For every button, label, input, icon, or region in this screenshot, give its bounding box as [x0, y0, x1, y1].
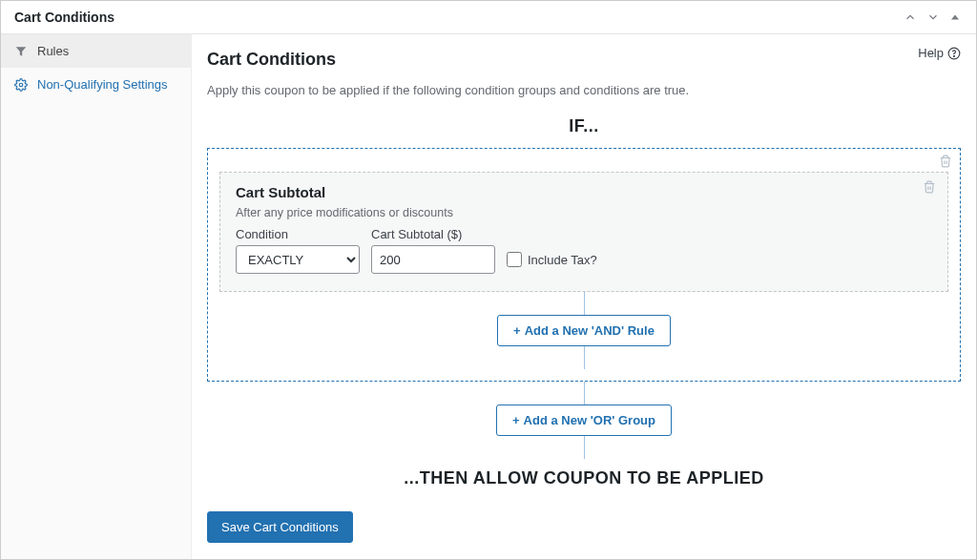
panel-move-up-icon[interactable] — [900, 7, 921, 28]
help-icon — [947, 47, 961, 60]
sidebar-item-rules[interactable]: Rules — [1, 34, 191, 68]
rule-subtitle: After any price modifications or discoun… — [236, 206, 932, 219]
amount-input[interactable] — [371, 245, 495, 274]
connector-line — [584, 436, 585, 459]
plus-icon: + — [512, 413, 520, 427]
if-label: IF... — [207, 116, 961, 136]
sidebar-item-label: Rules — [37, 44, 69, 58]
panel-title: Cart Conditions — [14, 10, 898, 25]
main-content: Help Cart Conditions Apply this coupon t… — [192, 34, 976, 559]
page-title: Cart Conditions — [207, 50, 961, 70]
condition-select[interactable]: EXACTLY — [236, 245, 360, 274]
condition-field-label: Condition — [236, 227, 360, 241]
rule-title: Cart Subtotal — [236, 184, 932, 200]
panel-toggle-icon[interactable] — [946, 8, 965, 27]
gear-icon — [14, 78, 28, 92]
sidebar-item-label: Non-Qualifying Settings — [37, 77, 168, 92]
add-or-group-button[interactable]: +Add a New 'OR' Group — [496, 404, 672, 436]
filter-icon — [14, 45, 28, 58]
include-tax-checkbox[interactable] — [507, 252, 522, 267]
rule-card-cart-subtotal: Cart Subtotal After any price modificati… — [219, 172, 948, 292]
svg-point-2 — [19, 83, 23, 87]
then-label: ...THEN ALLOW COUPON TO BE APPLIED — [207, 468, 961, 488]
panel-move-down-icon[interactable] — [923, 7, 944, 28]
include-tax-label: Include Tax? — [528, 253, 597, 267]
amount-field-label: Cart Subtotal ($) — [371, 227, 495, 241]
plus-icon: + — [513, 323, 521, 338]
page-description: Apply this coupon to be applied if the f… — [207, 83, 961, 97]
include-tax-wrap[interactable]: Include Tax? — [507, 245, 597, 274]
svg-marker-0 — [951, 15, 959, 20]
save-button[interactable]: Save Cart Conditions — [207, 511, 353, 543]
svg-point-4 — [954, 55, 955, 56]
add-and-rule-button[interactable]: +Add a New 'AND' Rule — [497, 315, 671, 346]
sidebar-item-non-qualifying[interactable]: Non-Qualifying Settings — [1, 68, 191, 101]
connector-line — [584, 346, 585, 369]
panel-header: Cart Conditions — [1, 1, 976, 34]
delete-rule-icon[interactable] — [923, 180, 936, 194]
svg-marker-1 — [16, 47, 27, 55]
help-link[interactable]: Help — [918, 46, 961, 60]
connector-line — [584, 292, 585, 315]
condition-group: Cart Subtotal After any price modificati… — [207, 148, 961, 382]
sidebar: Rules Non-Qualifying Settings — [1, 34, 192, 559]
connector-line — [584, 382, 585, 404]
delete-group-icon[interactable] — [939, 155, 952, 168]
